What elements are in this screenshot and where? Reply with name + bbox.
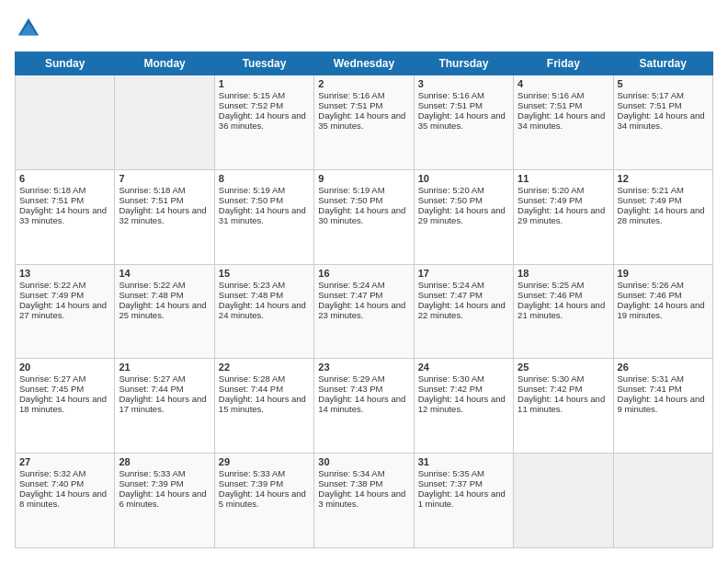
day-number: 13 — [19, 268, 110, 279]
daylight-text: Daylight: 14 hours and 35 minutes. — [318, 110, 409, 131]
sunrise-text: Sunrise: 5:31 AM — [618, 373, 709, 384]
sunrise-text: Sunrise: 5:16 AM — [418, 90, 509, 100]
day-number: 25 — [518, 362, 609, 373]
sunrise-text: Sunrise: 5:26 AM — [618, 280, 709, 290]
calendar-week-4: 20Sunrise: 5:27 AMSunset: 7:45 PMDayligh… — [16, 359, 713, 454]
sunrise-text: Sunrise: 5:27 AM — [119, 373, 210, 384]
sunset-text: Sunset: 7:51 PM — [418, 100, 509, 110]
calendar-cell — [115, 75, 214, 170]
calendar-cell: 9Sunrise: 5:19 AMSunset: 7:50 PMDaylight… — [314, 169, 414, 264]
daylight-text: Daylight: 14 hours and 21 minutes. — [518, 300, 609, 320]
sunset-text: Sunset: 7:41 PM — [618, 384, 709, 394]
calendar-cell: 29Sunrise: 5:33 AMSunset: 7:39 PMDayligh… — [214, 454, 313, 548]
sunset-text: Sunset: 7:51 PM — [119, 195, 210, 205]
sunset-text: Sunset: 7:39 PM — [119, 478, 210, 488]
sunset-text: Sunset: 7:50 PM — [418, 195, 509, 205]
sunset-text: Sunset: 7:43 PM — [318, 384, 409, 394]
day-number: 27 — [19, 456, 110, 467]
sunrise-text: Sunrise: 5:24 AM — [318, 280, 409, 290]
day-number: 14 — [119, 268, 210, 279]
logo-icon — [15, 15, 42, 42]
calendar-cell: 30Sunrise: 5:34 AMSunset: 7:38 PMDayligh… — [314, 454, 414, 548]
calendar-week-5: 27Sunrise: 5:32 AMSunset: 7:40 PMDayligh… — [16, 454, 713, 548]
sunrise-text: Sunrise: 5:20 AM — [418, 185, 509, 195]
calendar-cell — [16, 75, 115, 170]
calendar-cell: 8Sunrise: 5:19 AMSunset: 7:50 PMDaylight… — [214, 169, 313, 264]
sunrise-text: Sunrise: 5:33 AM — [119, 468, 210, 478]
day-number: 12 — [618, 173, 709, 184]
sunrise-text: Sunrise: 5:34 AM — [318, 468, 409, 478]
day-number: 21 — [119, 362, 210, 373]
day-number: 17 — [418, 268, 509, 279]
daylight-text: Daylight: 14 hours and 24 minutes. — [219, 300, 310, 320]
calendar-cell: 4Sunrise: 5:16 AMSunset: 7:51 PMDaylight… — [514, 75, 613, 170]
calendar-week-1: 1Sunrise: 5:15 AMSunset: 7:52 PMDaylight… — [16, 75, 713, 170]
day-number: 26 — [618, 362, 709, 373]
sunset-text: Sunset: 7:48 PM — [119, 290, 210, 300]
sunrise-text: Sunrise: 5:27 AM — [19, 373, 110, 384]
calendar-cell: 17Sunrise: 5:24 AMSunset: 7:47 PMDayligh… — [414, 264, 513, 359]
day-number: 10 — [418, 173, 509, 184]
day-number: 7 — [119, 173, 210, 184]
logo — [15, 15, 44, 42]
calendar-cell: 28Sunrise: 5:33 AMSunset: 7:39 PMDayligh… — [115, 454, 214, 548]
sunset-text: Sunset: 7:46 PM — [618, 290, 709, 300]
day-number: 1 — [219, 78, 310, 89]
daylight-text: Daylight: 14 hours and 29 minutes. — [518, 205, 609, 225]
day-number: 24 — [418, 362, 509, 373]
sunset-text: Sunset: 7:44 PM — [219, 384, 310, 394]
sunrise-text: Sunrise: 5:35 AM — [418, 468, 509, 478]
daylight-text: Daylight: 14 hours and 3 minutes. — [318, 488, 409, 509]
daylight-text: Daylight: 14 hours and 18 minutes. — [19, 394, 110, 414]
header — [15, 15, 713, 42]
calendar-cell: 24Sunrise: 5:30 AMSunset: 7:42 PMDayligh… — [414, 359, 513, 454]
calendar-cell: 31Sunrise: 5:35 AMSunset: 7:37 PMDayligh… — [414, 454, 513, 548]
sunrise-text: Sunrise: 5:21 AM — [618, 185, 709, 195]
sunset-text: Sunset: 7:42 PM — [518, 384, 609, 394]
sunset-text: Sunset: 7:49 PM — [618, 195, 709, 205]
day-number: 28 — [119, 456, 210, 467]
weekday-thursday: Thursday — [414, 52, 513, 75]
weekday-tuesday: Tuesday — [214, 52, 313, 75]
day-number: 6 — [19, 173, 110, 184]
day-number: 8 — [219, 173, 310, 184]
sunrise-text: Sunrise: 5:19 AM — [219, 185, 310, 195]
sunrise-text: Sunrise: 5:18 AM — [119, 185, 210, 195]
daylight-text: Daylight: 14 hours and 5 minutes. — [219, 488, 310, 509]
sunset-text: Sunset: 7:49 PM — [518, 195, 609, 205]
daylight-text: Daylight: 14 hours and 12 minutes. — [418, 394, 509, 414]
calendar-cell: 10Sunrise: 5:20 AMSunset: 7:50 PMDayligh… — [414, 169, 513, 264]
calendar-cell: 14Sunrise: 5:22 AMSunset: 7:48 PMDayligh… — [115, 264, 214, 359]
calendar-cell: 15Sunrise: 5:23 AMSunset: 7:48 PMDayligh… — [214, 264, 313, 359]
sunset-text: Sunset: 7:40 PM — [19, 478, 110, 488]
calendar-cell — [613, 454, 712, 548]
calendar-cell: 26Sunrise: 5:31 AMSunset: 7:41 PMDayligh… — [613, 359, 712, 454]
calendar-cell: 19Sunrise: 5:26 AMSunset: 7:46 PMDayligh… — [613, 264, 712, 359]
calendar-cell: 3Sunrise: 5:16 AMSunset: 7:51 PMDaylight… — [414, 75, 513, 170]
calendar-cell: 7Sunrise: 5:18 AMSunset: 7:51 PMDaylight… — [115, 169, 214, 264]
sunset-text: Sunset: 7:51 PM — [518, 100, 609, 110]
calendar-week-3: 13Sunrise: 5:22 AMSunset: 7:49 PMDayligh… — [16, 264, 713, 359]
sunrise-text: Sunrise: 5:30 AM — [518, 373, 609, 384]
daylight-text: Daylight: 14 hours and 14 minutes. — [318, 394, 409, 414]
sunrise-text: Sunrise: 5:15 AM — [219, 90, 310, 100]
daylight-text: Daylight: 14 hours and 22 minutes. — [418, 300, 509, 320]
sunrise-text: Sunrise: 5:24 AM — [418, 280, 509, 290]
sunrise-text: Sunrise: 5:20 AM — [518, 185, 609, 195]
sunrise-text: Sunrise: 5:30 AM — [418, 373, 509, 384]
calendar-cell: 16Sunrise: 5:24 AMSunset: 7:47 PMDayligh… — [314, 264, 414, 359]
calendar-cell: 21Sunrise: 5:27 AMSunset: 7:44 PMDayligh… — [115, 359, 214, 454]
sunrise-text: Sunrise: 5:16 AM — [518, 90, 609, 100]
calendar-cell: 27Sunrise: 5:32 AMSunset: 7:40 PMDayligh… — [16, 454, 115, 548]
daylight-text: Daylight: 14 hours and 9 minutes. — [618, 394, 709, 414]
sunrise-text: Sunrise: 5:22 AM — [119, 280, 210, 290]
sunset-text: Sunset: 7:46 PM — [518, 290, 609, 300]
day-number: 11 — [518, 173, 609, 184]
sunrise-text: Sunrise: 5:28 AM — [219, 373, 310, 384]
sunrise-text: Sunrise: 5:33 AM — [219, 468, 310, 478]
sunset-text: Sunset: 7:45 PM — [19, 384, 110, 394]
sunrise-text: Sunrise: 5:17 AM — [618, 90, 709, 100]
sunset-text: Sunset: 7:37 PM — [418, 478, 509, 488]
daylight-text: Daylight: 14 hours and 19 minutes. — [618, 300, 709, 320]
daylight-text: Daylight: 14 hours and 28 minutes. — [618, 205, 709, 225]
